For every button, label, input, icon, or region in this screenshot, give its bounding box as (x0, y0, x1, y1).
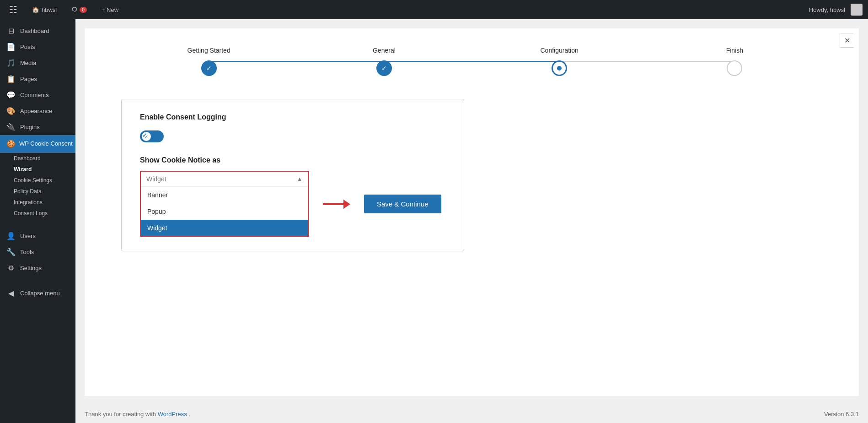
toggle-check-icon: ✓ (142, 132, 147, 139)
footer: Thank you for creating with WordPress . … (75, 405, 868, 423)
new-content-link[interactable]: + New (98, 0, 122, 19)
sidebar-item-comments[interactable]: 💬 Comments (0, 87, 75, 103)
wizard-card: Enable Consent Logging ✓ Show Cookie Not… (121, 99, 464, 251)
check-icon-2: ✓ (381, 65, 387, 72)
comments-icon: 💬 (6, 91, 16, 99)
step-label-general: General (373, 47, 396, 54)
dropdown-option-banner[interactable]: Banner (141, 187, 308, 203)
sidebar-item-label: Media (20, 60, 36, 66)
sidebar-item-label: Appearance (20, 108, 52, 114)
sidebar-item-users[interactable]: 👤 Users (0, 228, 75, 244)
save-continue-button[interactable]: Save & Continue (364, 195, 441, 213)
comments-link[interactable]: 🗨 0 (68, 0, 91, 19)
dropdown-options-list: Banner Popup Widget (141, 186, 308, 236)
sidebar-sub-policy-data[interactable]: Policy Data (0, 186, 75, 197)
consent-logging-toggle[interactable]: ✓ (140, 130, 164, 142)
sidebar-item-appearance[interactable]: 🎨 Appearance (0, 103, 75, 119)
media-icon: 🎵 (6, 59, 16, 67)
arrow-svg (323, 198, 350, 211)
step-circle-general: ✓ (376, 60, 392, 76)
wizard-body: Enable Consent Logging ✓ Show Cookie Not… (85, 90, 859, 260)
sidebar-item-dashboard[interactable]: ⊟ Dashboard (0, 23, 75, 39)
home-icon: 🏠 (32, 6, 39, 13)
svg-marker-1 (343, 200, 350, 209)
consent-logging-title: Enable Consent Logging (140, 113, 445, 121)
sidebar-sub-cookie-settings[interactable]: Cookie Settings (0, 175, 75, 186)
sidebar-item-label: Dashboard (20, 27, 49, 34)
sidebar-item-tools[interactable]: 🔧 Tools (0, 244, 75, 260)
step-circle-finish (727, 60, 742, 76)
sidebar-item-label: Settings (20, 265, 42, 271)
step-getting-started: Getting Started ✓ (121, 47, 296, 76)
step-line-2 (384, 61, 559, 62)
tools-icon: 🔧 (6, 248, 16, 256)
sidebar-item-label: Plugins (20, 124, 40, 130)
red-arrow-indicator (323, 198, 350, 211)
collapse-menu-button[interactable]: ◀ Collapse menu (0, 285, 75, 301)
dropdown-option-widget[interactable]: Widget (141, 220, 308, 236)
sidebar-sub-dashboard[interactable]: Dashboard (0, 153, 75, 164)
dashboard-icon: ⊟ (6, 27, 16, 35)
sidebar-item-label: Posts (20, 43, 35, 50)
avatar (851, 4, 863, 16)
step-label-configuration: Configuration (540, 47, 578, 54)
step-label-getting-started: Getting Started (188, 47, 230, 54)
footer-version: Version 6.3.1 (824, 411, 859, 418)
step-circle-configuration (552, 60, 567, 76)
sidebar-item-label: Pages (20, 76, 37, 82)
posts-icon: 📄 (6, 43, 16, 51)
sidebar-sub-consent-logs[interactable]: Consent Logs (0, 208, 75, 219)
sidebar: ⊟ Dashboard 📄 Posts 🎵 Media 📋 Pages 💬 Co… (0, 19, 75, 423)
appearance-icon: 🎨 (6, 107, 16, 115)
comments-count: 0 (80, 7, 87, 13)
admin-bar: ☷ 🏠 hbwsl 🗨 0 + New Howdy, hbwsl (0, 0, 868, 19)
wizard-container: ✕ Getting Started ✓ General ✓ (85, 28, 859, 396)
sidebar-item-posts[interactable]: 📄 Posts (0, 39, 75, 55)
sidebar-item-label: Tools (20, 249, 34, 255)
sidebar-item-settings[interactable]: ⚙ Settings (0, 260, 75, 276)
step-line-3 (559, 61, 734, 62)
cookie-notice-title: Show Cookie Notice as (140, 156, 445, 164)
wp-logo-icon: ☷ (9, 4, 17, 15)
step-line-1 (209, 61, 384, 62)
consent-logging-section: Enable Consent Logging ✓ (140, 113, 445, 142)
dropdown-trigger[interactable]: Widget ▲ (141, 172, 308, 186)
settings-icon: ⚙ (6, 264, 16, 272)
wizard-stepper: Getting Started ✓ General ✓ Config (85, 28, 859, 90)
dropdown-wrapper: Widget ▲ Banner Popup Widget (140, 171, 445, 237)
footer-text: Thank you for creating with (85, 411, 156, 418)
cookie-notice-dropdown[interactable]: Widget ▲ Banner Popup Widget (140, 171, 309, 237)
sidebar-item-media[interactable]: 🎵 Media (0, 55, 75, 71)
cookie-notice-section: Show Cookie Notice as Widget ▲ Banner (140, 156, 445, 237)
footer-left: Thank you for creating with WordPress . (85, 411, 190, 418)
collapse-label: Collapse menu (20, 290, 60, 297)
sidebar-item-plugins[interactable]: 🔌 Plugins (0, 119, 75, 135)
dropdown-current-value: Widget (146, 175, 166, 183)
users-icon: 👤 (6, 232, 16, 240)
comments-icon: 🗨 (71, 6, 77, 13)
wp-cookie-icon: 🍪 (6, 140, 16, 148)
sidebar-sub-wizard[interactable]: Wizard (0, 164, 75, 175)
collapse-icon: ◀ (6, 289, 16, 298)
wordpress-link[interactable]: WordPress (158, 411, 187, 418)
sidebar-item-label: WP Cookie Consent (19, 140, 73, 148)
footer-period: . (188, 411, 190, 418)
sidebar-item-label: Users (20, 233, 36, 239)
step-label-finish: Finish (726, 47, 743, 54)
pages-icon: 📋 (6, 75, 16, 83)
check-icon: ✓ (206, 65, 212, 72)
site-name: hbwsl (42, 6, 57, 13)
site-name-link[interactable]: 🏠 hbwsl (28, 0, 60, 19)
step-circle-getting-started: ✓ (201, 60, 217, 76)
wp-logo-link[interactable]: ☷ (5, 0, 21, 19)
sidebar-item-wp-cookie-consent[interactable]: 🍪 WP Cookie Consent (0, 135, 75, 153)
new-label: + New (102, 6, 118, 13)
main-content: ✕ Getting Started ✓ General ✓ (75, 19, 868, 423)
howdy-text: Howdy, hbwsl (809, 6, 845, 13)
dropdown-option-popup[interactable]: Popup (141, 203, 308, 220)
sidebar-item-label: Comments (20, 92, 49, 98)
sidebar-sub-integrations[interactable]: Integrations (0, 197, 75, 208)
sidebar-item-pages[interactable]: 📋 Pages (0, 71, 75, 87)
plugins-icon: 🔌 (6, 123, 16, 131)
chevron-up-icon: ▲ (296, 175, 303, 183)
